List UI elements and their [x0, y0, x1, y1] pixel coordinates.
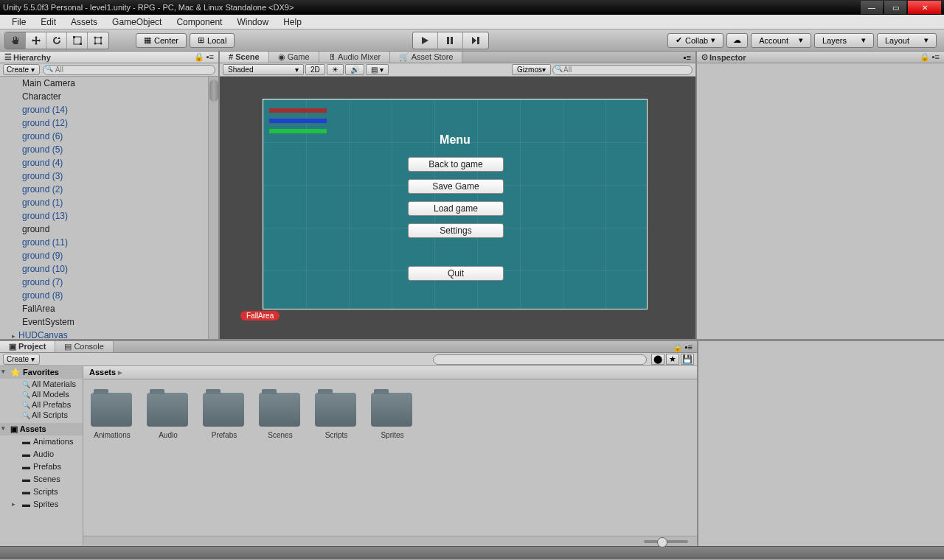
- scale-tool[interactable]: [67, 32, 88, 49]
- folder-item[interactable]: Scenes: [259, 393, 302, 439]
- breadcrumb[interactable]: Assets ▸: [83, 366, 697, 379]
- folder-grid[interactable]: AnimationsAudioPrefabsScenesScriptsSprit…: [83, 379, 697, 471]
- rotate-tool[interactable]: [46, 32, 67, 49]
- tab-project[interactable]: ▣ Project: [0, 341, 55, 352]
- pivot-local-toggle[interactable]: ⊞ Local: [190, 33, 235, 48]
- hierarchy-item[interactable]: Character: [0, 90, 218, 103]
- maximize-button[interactable]: ▭: [884, 1, 906, 14]
- tab-console[interactable]: ▤ Console: [55, 341, 113, 352]
- hierarchy-item[interactable]: ground (1): [0, 196, 218, 209]
- gizmos-dropdown[interactable]: Gizmos ▾: [512, 64, 551, 75]
- project-tree[interactable]: ⭐ Favorites All MaterialsAll ModelsAll P…: [0, 366, 83, 546]
- folder-item[interactable]: Animations: [91, 393, 133, 439]
- minimize-button[interactable]: —: [861, 1, 883, 14]
- quit-button[interactable]: Quit: [408, 266, 504, 281]
- tree-item[interactable]: ▬Audio: [0, 448, 83, 461]
- step-button[interactable]: [463, 32, 488, 49]
- folder-item[interactable]: Prefabs: [203, 393, 246, 439]
- hierarchy-search[interactable]: All: [43, 65, 215, 75]
- cloud-button[interactable]: ☁: [726, 33, 748, 48]
- move-tool[interactable]: [26, 32, 46, 49]
- load-game-button[interactable]: Load game: [408, 201, 504, 216]
- hierarchy-scrollbar[interactable]: [208, 77, 218, 339]
- collab-dropdown[interactable]: ✔ Collab ▾: [667, 33, 723, 48]
- save-game-button[interactable]: Save Game: [408, 179, 504, 194]
- scene-search[interactable]: All: [552, 65, 693, 75]
- favorite-item[interactable]: All Models: [0, 389, 83, 399]
- tab-scene[interactable]: # Scene: [220, 52, 269, 63]
- favorite-item[interactable]: All Materials: [0, 379, 83, 389]
- hierarchy-header[interactable]: ☰ Hierarchy🔒 ▪≡: [0, 52, 218, 63]
- menu-assets[interactable]: Assets: [63, 15, 105, 29]
- inspector-header[interactable]: ⊙ Inspector🔒 ▪≡: [697, 52, 944, 63]
- layout-dropdown[interactable]: Layout ▾: [877, 33, 937, 48]
- scene-viewport[interactable]: Menu Back to game Save Game Load game Se…: [220, 77, 695, 339]
- fx-toggle[interactable]: ▤ ▾: [366, 64, 389, 75]
- project-content: Assets ▸ AnimationsAudioPrefabsScenesScr…: [83, 366, 697, 546]
- tree-item[interactable]: ▸▬Sprites: [0, 498, 83, 511]
- hierarchy-item[interactable]: HUDCanvas: [0, 329, 218, 339]
- hierarchy-item[interactable]: EventSystem: [0, 315, 218, 329]
- back-to-game-button[interactable]: Back to game: [408, 157, 504, 172]
- layers-dropdown[interactable]: Layers ▾: [814, 33, 874, 48]
- pause-button[interactable]: [438, 32, 463, 49]
- tab-audio-mixer[interactable]: 🎚 Audio Mixer: [319, 52, 391, 63]
- menu-component[interactable]: Component: [169, 15, 229, 29]
- favorite-item[interactable]: All Prefabs: [0, 399, 83, 410]
- hierarchy-item[interactable]: ground (2): [0, 183, 218, 196]
- menu-gameobject[interactable]: GameObject: [105, 15, 169, 29]
- hierarchy-item[interactable]: ground (7): [0, 276, 218, 289]
- hierarchy-item[interactable]: ground (13): [0, 209, 218, 223]
- settings-button[interactable]: Settings: [408, 223, 504, 238]
- hierarchy-item[interactable]: ground (3): [0, 169, 218, 183]
- menu-file[interactable]: File: [4, 15, 33, 29]
- audio-toggle[interactable]: 🔊: [345, 64, 364, 75]
- save-search-icon[interactable]: 💾: [681, 354, 694, 365]
- menu-window[interactable]: Window: [229, 15, 276, 29]
- icon-size-slider[interactable]: [644, 540, 688, 543]
- window-title-bar: Unity 5.5.0f3 Personal - level1.unity - …: [0, 0, 944, 15]
- favorites-header[interactable]: ⭐ Favorites: [0, 366, 83, 379]
- hierarchy-item[interactable]: FallArea: [0, 302, 218, 315]
- search-by-type-icon[interactable]: ⬤: [651, 354, 664, 365]
- shading-mode-dropdown[interactable]: Shaded▾: [223, 64, 304, 75]
- hierarchy-item[interactable]: ground: [0, 223, 218, 236]
- hierarchy-item[interactable]: Main Camera: [0, 77, 218, 90]
- tree-item[interactable]: ▬Prefabs: [0, 461, 83, 473]
- assets-tree-header[interactable]: ▣ Assets: [0, 423, 83, 435]
- tab-game[interactable]: ◉ Game: [269, 52, 319, 63]
- menu-edit[interactable]: Edit: [33, 15, 63, 29]
- tree-item[interactable]: ▬Scenes: [0, 473, 83, 486]
- fall-area-gizmo[interactable]: FallArea: [240, 311, 280, 321]
- hierarchy-item[interactable]: ground (12): [0, 116, 218, 130]
- favorite-item[interactable]: All Scripts: [0, 410, 83, 420]
- project-search[interactable]: [433, 354, 647, 365]
- hierarchy-list[interactable]: Main CameraCharacterground (14)ground (1…: [0, 77, 218, 339]
- pivot-center-toggle[interactable]: ▦ Center: [136, 33, 187, 48]
- hierarchy-create-button[interactable]: Create ▾: [3, 64, 40, 75]
- folder-item[interactable]: Audio: [147, 393, 190, 439]
- hierarchy-item[interactable]: ground (8): [0, 289, 218, 302]
- hierarchy-item[interactable]: ground (4): [0, 156, 218, 169]
- tree-item[interactable]: ▬Scripts: [0, 486, 83, 498]
- tree-item[interactable]: ▬Animations: [0, 435, 83, 448]
- rect-tool[interactable]: [88, 32, 108, 49]
- play-button[interactable]: [413, 32, 438, 49]
- 2d-toggle[interactable]: 2D: [305, 64, 325, 75]
- hand-tool[interactable]: [5, 32, 26, 49]
- menu-help[interactable]: Help: [276, 15, 309, 29]
- lighting-toggle[interactable]: ☀: [327, 64, 344, 75]
- close-button[interactable]: ✕: [908, 1, 941, 14]
- hierarchy-item[interactable]: ground (6): [0, 130, 218, 143]
- hierarchy-item[interactable]: ground (9): [0, 249, 218, 262]
- hierarchy-item[interactable]: ground (10): [0, 262, 218, 276]
- folder-item[interactable]: Sprites: [371, 393, 414, 439]
- hierarchy-item[interactable]: ground (11): [0, 236, 218, 249]
- hierarchy-item[interactable]: ground (5): [0, 143, 218, 156]
- project-create-button[interactable]: Create ▾: [3, 354, 40, 365]
- hierarchy-item[interactable]: ground (14): [0, 103, 218, 116]
- tab-asset-store[interactable]: 🛒 Asset Store: [390, 52, 462, 63]
- folder-item[interactable]: Scripts: [315, 393, 358, 439]
- account-dropdown[interactable]: Account ▾: [751, 33, 811, 48]
- search-by-label-icon[interactable]: ★: [666, 354, 679, 365]
